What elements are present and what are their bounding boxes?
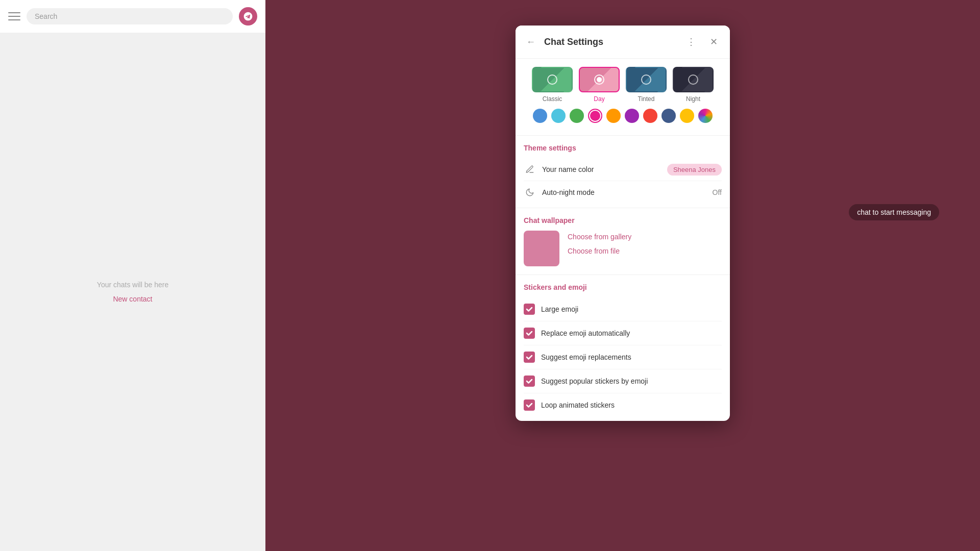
- suggest-replacements-label: Suggest emoji replacements: [541, 353, 631, 361]
- suggest-stickers-label: Suggest popular stickers by emoji: [541, 377, 648, 385]
- theme-classic[interactable]: Classic: [532, 67, 573, 103]
- large-emoji-row: Large emoji: [524, 297, 722, 321]
- suggest-stickers-checkbox[interactable]: [524, 375, 535, 387]
- wallpaper-section-title: Chat wallpaper: [524, 216, 722, 224]
- telegram-icon: [239, 7, 257, 26]
- dialog-title: Chat Settings: [544, 37, 677, 47]
- suggest-replacements-checkbox[interactable]: [524, 352, 535, 363]
- color-dot-purple[interactable]: [625, 109, 639, 123]
- choose-file-link[interactable]: Choose from file: [568, 247, 631, 255]
- name-color-icon: [524, 163, 536, 176]
- dialog-overlay: ← Chat Settings ⋮ ✕ Classic: [265, 0, 980, 551]
- large-emoji-checkbox[interactable]: [524, 304, 535, 315]
- chat-settings-dialog: ← Chat Settings ⋮ ✕ Classic: [516, 26, 730, 421]
- search-input[interactable]: Search: [27, 8, 233, 24]
- color-dot-pink[interactable]: [588, 109, 602, 123]
- auto-night-row[interactable]: Auto-night mode Off: [524, 181, 722, 204]
- menu-button[interactable]: [8, 10, 20, 22]
- wallpaper-actions: Choose from gallery Choose from file: [568, 231, 631, 255]
- more-options-button[interactable]: ⋮: [683, 34, 699, 50]
- dialog-header: ← Chat Settings ⋮ ✕: [516, 26, 730, 59]
- chat-wallpaper-section: Chat wallpaper Choose from gallery Choos…: [516, 208, 730, 274]
- theme-options-section: Classic Day Tinted: [516, 59, 730, 135]
- wallpaper-preview: Choose from gallery Choose from file: [524, 231, 722, 266]
- replace-emoji-row: Replace emoji automatically: [524, 321, 722, 345]
- auto-night-icon: [524, 186, 536, 198]
- auto-night-label: Auto-night mode: [542, 188, 706, 196]
- color-dot-green[interactable]: [570, 109, 584, 123]
- loop-stickers-row: Loop animated stickers: [524, 393, 722, 417]
- color-dot-navy[interactable]: [662, 109, 676, 123]
- sidebar: Search Your chats will be here New conta…: [0, 0, 265, 551]
- suggest-replacements-row: Suggest emoji replacements: [524, 345, 722, 369]
- theme-classic-label: Classic: [543, 95, 562, 103]
- theme-night-label: Night: [686, 95, 700, 103]
- empty-chats-text: Your chats will be here: [97, 281, 168, 289]
- name-color-row[interactable]: Your name color Sheena Jones: [524, 158, 722, 181]
- wallpaper-thumbnail: [524, 231, 559, 266]
- color-dot-multi[interactable]: [698, 109, 713, 123]
- color-dot-yellow[interactable]: [680, 109, 694, 123]
- close-dialog-button[interactable]: ✕: [705, 34, 722, 50]
- color-dot-cyan[interactable]: [551, 109, 566, 123]
- name-color-label: Your name color: [542, 165, 661, 173]
- theme-tinted[interactable]: Tinted: [626, 67, 667, 103]
- theme-night[interactable]: Night: [673, 67, 714, 103]
- color-dot-orange[interactable]: [606, 109, 621, 123]
- theme-tinted-label: Tinted: [638, 95, 655, 103]
- theme-day[interactable]: Day: [579, 67, 620, 103]
- sidebar-content: Your chats will be here New contact: [0, 33, 265, 551]
- color-dot-blue[interactable]: [533, 109, 547, 123]
- new-contact-button[interactable]: New contact: [113, 295, 152, 303]
- auto-night-value: Off: [713, 188, 722, 196]
- color-dots-list: [524, 109, 722, 127]
- back-button[interactable]: ←: [524, 35, 538, 49]
- suggest-stickers-row: Suggest popular stickers by emoji: [524, 369, 722, 393]
- sidebar-header: Search: [0, 0, 265, 33]
- replace-emoji-label: Replace emoji automatically: [541, 329, 630, 337]
- stickers-emoji-section: Stickers and emoji Large emoji Replace e…: [516, 275, 730, 421]
- main-area: chat to start messaging ← Chat Settings …: [265, 0, 980, 551]
- theme-settings-section: Theme settings Your name color Sheena Jo…: [516, 136, 730, 208]
- color-dot-red[interactable]: [643, 109, 657, 123]
- theme-options-list: Classic Day Tinted: [524, 67, 722, 103]
- theme-day-label: Day: [594, 95, 604, 103]
- stickers-section-title: Stickers and emoji: [524, 279, 722, 291]
- large-emoji-label: Large emoji: [541, 305, 578, 313]
- replace-emoji-checkbox[interactable]: [524, 328, 535, 339]
- choose-gallery-link[interactable]: Choose from gallery: [568, 233, 631, 241]
- loop-stickers-checkbox[interactable]: [524, 399, 535, 411]
- theme-settings-title: Theme settings: [524, 144, 722, 152]
- loop-stickers-label: Loop animated stickers: [541, 401, 615, 409]
- name-color-value: Sheena Jones: [667, 164, 722, 176]
